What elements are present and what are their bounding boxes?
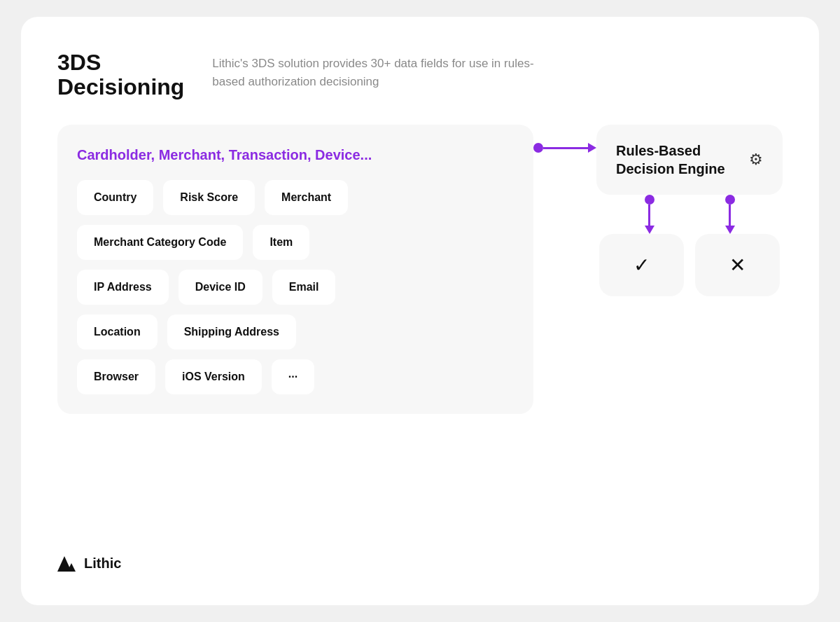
- tag-item: Item: [253, 225, 309, 260]
- tag-ip-address: IP Address: [77, 270, 169, 305]
- tag-device-id: Device ID: [178, 270, 262, 305]
- down-arrow-head-right: [725, 226, 735, 234]
- tags-grid: Country Risk Score Merchant Merchant Cat…: [77, 180, 514, 394]
- page-title: 3DS Decisioning: [57, 50, 184, 99]
- tags-row-3: IP Address Device ID Email: [77, 270, 514, 305]
- tag-risk-score: Risk Score: [163, 180, 255, 215]
- approve-checkmark: ✓: [634, 254, 650, 277]
- tag-browser: Browser: [77, 359, 155, 394]
- decline-x: ✕: [729, 254, 746, 277]
- tag-country: Country: [77, 180, 153, 215]
- tags-row-4: Location Shipping Address: [77, 315, 514, 350]
- gear-icon: ⚙: [749, 151, 763, 169]
- decision-engine-box: Rules-BasedDecision Engine ⚙: [596, 125, 783, 195]
- tags-row-1: Country Risk Score Merchant: [77, 180, 514, 215]
- logo-text: Lithic: [84, 555, 121, 572]
- down-arrow-dot-right: [725, 195, 735, 205]
- down-arrow-head-left: [645, 226, 654, 234]
- down-arrow-right: [725, 195, 735, 234]
- tag-merchant: Merchant: [265, 180, 348, 215]
- title-block: 3DS Decisioning: [57, 50, 184, 99]
- outcomes-row: ✓ ✕: [596, 234, 783, 296]
- footer: Lithic: [57, 555, 783, 572]
- outcome-decline-box: ✕: [695, 234, 780, 296]
- tag-more: ···: [272, 359, 314, 394]
- arrow-shaft: [543, 147, 588, 149]
- main-card: 3DS Decisioning Lithic's 3DS solution pr…: [21, 17, 819, 605]
- tags-row-5: Browser iOS Version ···: [77, 359, 514, 394]
- arrow-line: [533, 143, 596, 153]
- tag-shipping-address: Shipping Address: [167, 315, 296, 350]
- down-arrow-shaft-left: [648, 205, 650, 226]
- down-arrow-shaft-right: [729, 205, 731, 226]
- header: 3DS Decisioning Lithic's 3DS solution pr…: [57, 50, 783, 99]
- tag-merchant-category-code: Merchant Category Code: [77, 225, 243, 260]
- tag-email: Email: [272, 270, 336, 305]
- lithic-logo: Lithic: [57, 555, 121, 572]
- panel-title: Cardholder, Merchant, Transaction, Devic…: [77, 147, 514, 163]
- right-panel: Rules-BasedDecision Engine ⚙: [596, 125, 783, 296]
- outcome-approve-box: ✓: [599, 234, 684, 296]
- arrow-dot: [533, 143, 543, 153]
- tag-ios-version: iOS Version: [165, 359, 262, 394]
- page-description: Lithic's 3DS solution provides 30+ data …: [212, 50, 562, 90]
- diagram: Cardholder, Merchant, Transaction, Devic…: [57, 125, 783, 530]
- down-arrow-left: [645, 195, 654, 234]
- down-arrow-dot-left: [645, 195, 654, 205]
- arrow-head: [588, 143, 596, 153]
- connector-arrow: [533, 125, 596, 153]
- decision-engine-title: Rules-BasedDecision Engine: [616, 141, 725, 178]
- tags-row-2: Merchant Category Code Item: [77, 225, 514, 260]
- tag-location: Location: [77, 315, 158, 350]
- down-arrows-row: [596, 195, 783, 234]
- logo-icon: [57, 556, 77, 572]
- data-fields-panel: Cardholder, Merchant, Transaction, Devic…: [57, 125, 533, 414]
